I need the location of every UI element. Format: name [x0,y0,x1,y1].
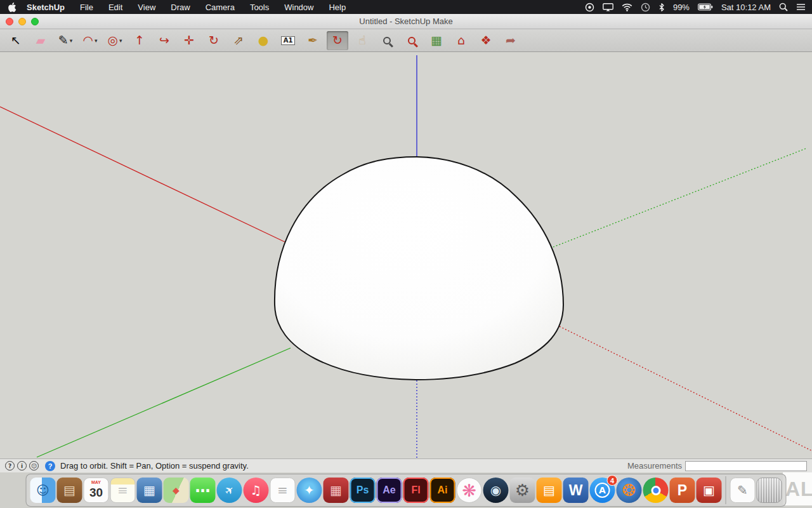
move-tool[interactable]: ✛ [178,31,200,50]
safari-icon: ✦ [304,484,315,497]
dock-illustrator[interactable]: Ai [430,478,455,503]
scale-tool[interactable]: ⇗ [228,31,249,50]
dock-media-app[interactable]: ▦ [324,478,349,503]
geolocation-status-icon[interactable]: ? [5,461,15,471]
dock-safari[interactable]: ✦ [297,478,322,503]
menu-status-area: 99% Sat 10:12 AM [585,3,812,12]
blueprint-icon: ▦ [143,484,155,497]
battery-icon[interactable] [698,3,713,11]
bluetooth-icon[interactable] [658,3,665,12]
menu-camera[interactable]: Camera [206,3,235,12]
dock-photos[interactable]: ❋ [457,478,482,503]
menu-help[interactable]: Help [329,3,346,12]
airplay-display-icon[interactable] [603,3,613,11]
dock-music[interactable]: ♫ [244,478,269,503]
wifi-icon[interactable] [622,3,632,11]
dropdown-arrow-icon[interactable]: ▾ [70,37,73,44]
help-badge-icon[interactable]: ? [45,461,55,471]
dock-app-store[interactable]: A4 [590,478,615,503]
dock-textedit[interactable]: ✎ [730,478,756,503]
pan-tool[interactable]: ☝ [351,31,373,50]
rotate-icon: ↻ [209,34,219,46]
dock-word[interactable]: W [563,478,589,503]
menu-edit[interactable]: Edit [108,3,122,12]
orbit-icon: ↻ [332,34,343,46]
measurements-input[interactable] [685,461,807,471]
dock-firefox[interactable]: ❂ [617,478,642,503]
close-window-button[interactable] [6,18,13,25]
axis-red-solid [0,107,285,242]
dock-after-effects[interactable]: Ae [377,478,402,503]
photos-icon: ❋ [462,482,476,499]
zoom-icon [383,37,391,44]
dock-flash[interactable]: Fl [403,478,429,503]
word-icon: W [569,483,583,498]
menu-tools[interactable]: Tools [250,3,269,12]
apple-logo-icon [8,3,16,12]
dock-calendar[interactable]: MAY30 [84,478,109,503]
dock-powerpoint[interactable]: P [670,478,695,503]
eraser-tool[interactable]: ▰ [30,31,51,50]
menu-file[interactable]: File [80,3,93,12]
line-tool[interactable]: ✎▾ [55,31,76,50]
dock-trash[interactable] [757,478,782,503]
zoom-tool[interactable] [376,31,398,50]
menu-clock[interactable]: Sat 10:12 AM [721,3,771,12]
select-tool[interactable]: ↖ [5,31,27,50]
offset-tool[interactable]: ↪ [154,31,175,50]
push-pull-tool[interactable]: ↑ [129,31,150,50]
active-app-name[interactable]: SketchUp [27,3,65,12]
zoom-window-button[interactable] [31,18,39,25]
offset-icon: ↪ [159,34,169,46]
viewport[interactable] [0,52,812,458]
zoom-extents-tool[interactable] [401,31,422,50]
send-to-layout-tool[interactable]: ➦ [500,31,521,50]
dock-finder[interactable]: ☺ [30,478,56,503]
axis-green-solid [37,348,291,457]
dock-blueprint[interactable]: ▦ [137,478,162,503]
text-tool[interactable]: A1 [277,31,299,50]
extension-warehouse-tool[interactable]: ❖ [475,31,497,50]
dock-photoshop[interactable]: Ps [350,478,376,503]
tape-measure-tool[interactable]: ● [252,31,274,50]
paint-bucket-tool[interactable]: ✒ [302,31,324,50]
menu-view[interactable]: View [138,3,155,12]
contacts-icon: ▤ [63,484,75,497]
dock-steam[interactable]: ◉ [483,478,509,503]
scale-icon: ⇗ [233,34,244,46]
spotlight-icon[interactable] [779,3,788,11]
arc-tool[interactable]: ◠▾ [79,31,101,50]
menu-draw[interactable]: Draw [171,3,190,12]
time-machine-icon[interactable] [641,3,650,12]
dock-telegram[interactable]: ✈ [217,478,242,503]
get-models-tool[interactable]: ⌂ [450,31,472,50]
sign-in-status-icon[interactable]: ☺ [29,461,39,471]
add-location-tool[interactable]: ▦ [426,31,447,50]
apple-menu[interactable] [8,3,16,12]
dock-notes[interactable]: ≡ [110,478,136,503]
minimize-window-button[interactable] [18,18,26,25]
dock-ibooks[interactable]: ▤ [537,478,562,503]
dock-chrome[interactable] [643,478,669,503]
dock-system-preferences[interactable]: ⚙ [510,478,535,503]
telegram-icon: ✈ [223,483,237,497]
credits-status-icon[interactable]: i [17,461,27,471]
drawing-canvas[interactable] [0,52,812,458]
dropdown-arrow-icon[interactable]: ▾ [95,37,98,44]
notification-center-icon[interactable] [796,3,806,11]
dock-messages[interactable]: … [190,478,216,503]
dock-sketchup[interactable]: ▣ [697,478,722,503]
dock-maps[interactable]: ◆ [164,478,189,503]
maps-icon: ◆ [173,486,180,495]
shapes-tool[interactable]: ◎▾ [104,31,126,50]
dock-contacts[interactable]: ▤ [57,478,82,503]
messages-icon: … [195,485,211,496]
dome-model[interactable] [275,157,563,380]
orbit-tool[interactable]: ↻ [327,31,348,50]
flash-icon: Fl [411,485,420,495]
rotate-tool[interactable]: ↻ [203,31,225,50]
dropdown-arrow-icon[interactable]: ▾ [119,37,122,44]
dock-reminders[interactable]: ≡ [270,478,296,503]
app-status-icon[interactable] [585,3,594,12]
menu-window[interactable]: Window [284,3,313,12]
